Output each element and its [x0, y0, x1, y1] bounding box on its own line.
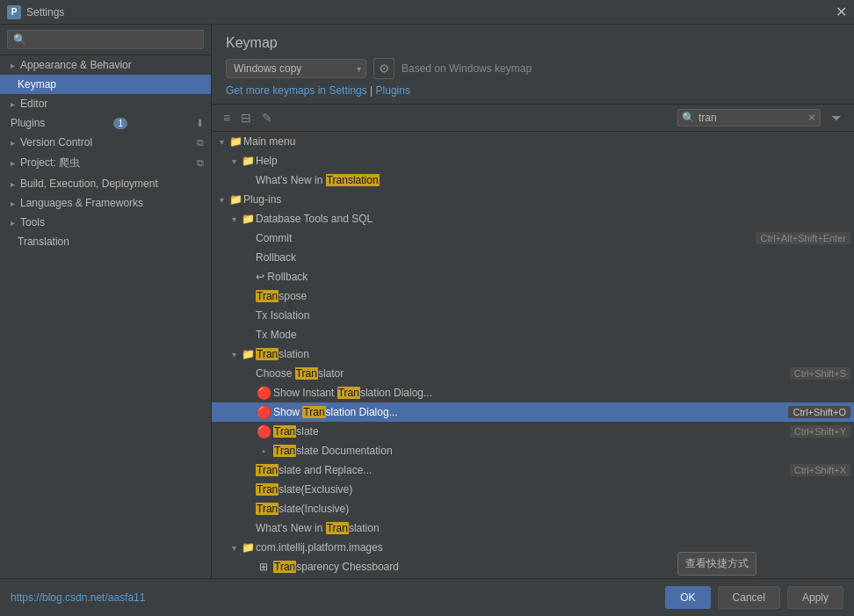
tree-row[interactable]: Choose Translator Ctrl+Shift+S [212, 364, 854, 383]
plugin-icon: 🔴 [256, 385, 271, 401]
item-label: Translate(Exclusive) [256, 483, 850, 496]
item-label: Translate(Inclusive) [256, 503, 850, 515]
item-label: ↩ Rollback [256, 271, 850, 283]
chevron-icon[interactable]: ▾ [228, 350, 240, 359]
sidebar-item-appearance[interactable]: ▸ Appearance & Behavior [0, 55, 211, 75]
tree-row[interactable]: Translate(Exclusive) [212, 480, 854, 499]
tree-row[interactable]: Tx Isolation [212, 306, 854, 325]
close-button[interactable]: ✕ [836, 5, 847, 19]
tree-row[interactable]: Transpose [212, 286, 854, 306]
copy-icon: ⧉ [197, 157, 204, 169]
tree-row[interactable]: Commit Ctrl+Alt+Shift+Enter [212, 228, 854, 248]
collapse-all-button[interactable]: ⊟ [236, 108, 256, 127]
chevron-icon[interactable]: ▾ [215, 137, 228, 147]
tree-row[interactable]: Translate(Inclusive) [212, 499, 854, 518]
keymap-header: Keymap Windows copy Default Eclipse Emac… [212, 25, 854, 105]
plugins-link[interactable]: Plugins [376, 84, 410, 97]
spacer [243, 253, 256, 263]
tree-row[interactable]: ▾ 📁 Help [212, 151, 854, 170]
titlebar: P Settings ✕ [0, 0, 854, 25]
sidebar-item-project[interactable]: ▸ Project: 爬虫 ⧉ [0, 152, 211, 174]
search-history-button[interactable]: ⏷ [826, 108, 847, 127]
tree-row[interactable]: ▾ 📁 Database Tools and SQL [212, 209, 854, 228]
tree-row[interactable]: ↩ Rollback [212, 267, 854, 286]
window-title: Settings [26, 6, 64, 18]
keymap-select[interactable]: Windows copy Default Eclipse Emacs [226, 59, 366, 78]
sidebar-item-plugins[interactable]: Plugins 1 ⬇ [0, 113, 211, 133]
item-label: Transpose [256, 290, 850, 302]
item-label: Show Instant Translation Dialog... [273, 387, 850, 399]
keymap-select-wrapper[interactable]: Windows copy Default Eclipse Emacs [226, 59, 366, 78]
item-label: Translation [256, 348, 850, 360]
tree-container[interactable]: ▾ 📁 Main menu ▾ 📁 Help What's New in Tra… [212, 132, 854, 578]
plugin-icon: ▪ [256, 443, 271, 459]
spacer [243, 466, 256, 475]
based-on-text: Based on Windows keymap [402, 62, 532, 75]
settings-window: P Settings ✕ ▸ Appearance & Behavior Key… [0, 0, 854, 616]
tree-row[interactable]: ▾ 📁 Translation [212, 344, 854, 364]
apply-button[interactable]: Apply [787, 586, 843, 609]
tree-row[interactable]: 🔴 Translate Ctrl+Shift+Y [212, 422, 854, 441]
search-clear-button[interactable]: ✕ [807, 112, 816, 123]
chevron-icon[interactable]: ▾ [228, 156, 240, 166]
sidebar-item-editor[interactable]: ▸ Editor [0, 94, 211, 113]
footer-link[interactable]: https://blog.csdn.net/aasfa11 [11, 591, 145, 604]
search-input[interactable] [698, 112, 804, 124]
sidebar-item-tools[interactable]: ▸ Tools [0, 213, 211, 232]
folder-icon: 📁 [240, 155, 256, 167]
spacer [243, 311, 256, 321]
sidebar-item-keymap[interactable]: Keymap [0, 75, 211, 94]
item-label: Transparency Chessboard [273, 561, 850, 573]
spacer [243, 272, 256, 282]
item-label: Commit [256, 232, 756, 244]
tree-row[interactable]: 🔴 Show Instant Translation Dialog... [212, 383, 854, 402]
tree-row[interactable]: What's New in Translation [212, 170, 854, 190]
sidebar-search[interactable] [0, 25, 211, 55]
tree-row[interactable]: Translate and Replace... Ctrl+Shift+X [212, 460, 854, 480]
cancel-button[interactable]: Cancel [718, 586, 780, 609]
chevron-icon[interactable]: ▾ [215, 195, 228, 205]
spacer [243, 504, 256, 514]
sidebar: ▸ Appearance & Behavior Keymap ▸ Editor … [0, 25, 212, 578]
plugin-icon: 🔴 [256, 424, 271, 439]
grid-icon: ⊞ [256, 559, 271, 575]
tree-row[interactable]: ▪ Translate Documentation [212, 441, 854, 460]
chevron-icon[interactable]: ▾ [228, 543, 240, 553]
plugin-icon: 🔴 [256, 404, 271, 420]
right-panel: Keymap Windows copy Default Eclipse Emac… [212, 25, 854, 578]
tree-row[interactable]: ▾ 📁 Main menu [212, 132, 854, 151]
tree-row[interactable]: Tx Mode [212, 325, 854, 344]
sidebar-item-translation[interactable]: Translation [0, 232, 211, 251]
item-label: What's New in Translation [256, 522, 850, 534]
tree-row[interactable]: What's New in Translation [212, 518, 854, 538]
chevron-icon[interactable]: ▾ [228, 214, 240, 224]
chevron-icon: ▸ [11, 158, 15, 168]
search-box: 🔍 ✕ [677, 109, 821, 127]
sidebar-item-build[interactable]: ▸ Build, Execution, Deployment [0, 174, 211, 193]
folder-icon: 📁 [240, 541, 256, 554]
tree-row[interactable]: ▾ 📁 com.intellij.platform.images [212, 538, 854, 557]
chevron-icon: ▸ [11, 179, 15, 189]
download-icon: ⬇ [196, 118, 204, 129]
edit-shortcut-button[interactable]: ✎ [257, 108, 277, 127]
tree-row-selected[interactable]: 🔴 Show Translation Dialog... Ctrl+Shift+… [212, 402, 854, 422]
chevron-icon: ▸ [11, 99, 15, 109]
ok-button[interactable]: OK [665, 586, 710, 609]
gear-button[interactable]: ⚙ [373, 58, 394, 79]
spacer [243, 524, 256, 533]
tree-row[interactable]: ⊞ Transparency Chessboard [212, 557, 854, 576]
sidebar-item-languages[interactable]: ▸ Languages & Frameworks [0, 193, 211, 213]
expand-all-button[interactable]: ≡ [219, 108, 235, 127]
spacer [243, 562, 256, 572]
sidebar-search-input[interactable] [7, 30, 204, 49]
sidebar-item-version-control[interactable]: ▸ Version Control ⧉ [0, 133, 211, 152]
get-more-link[interactable]: Get more keymaps in Settings [226, 84, 367, 97]
tree-row[interactable]: ▾ 📁 Plug-ins [212, 190, 854, 209]
search-icon: 🔍 [682, 112, 695, 124]
app-icon: P [7, 5, 21, 19]
shortcut-badge: Ctrl+Shift+X [790, 464, 850, 476]
shortcut-badge: Ctrl+Shift+O [788, 406, 850, 418]
tree-row[interactable]: Rollback [212, 248, 854, 267]
item-label: What's New in Translation [256, 174, 850, 186]
chevron-icon: ▸ [11, 138, 15, 148]
